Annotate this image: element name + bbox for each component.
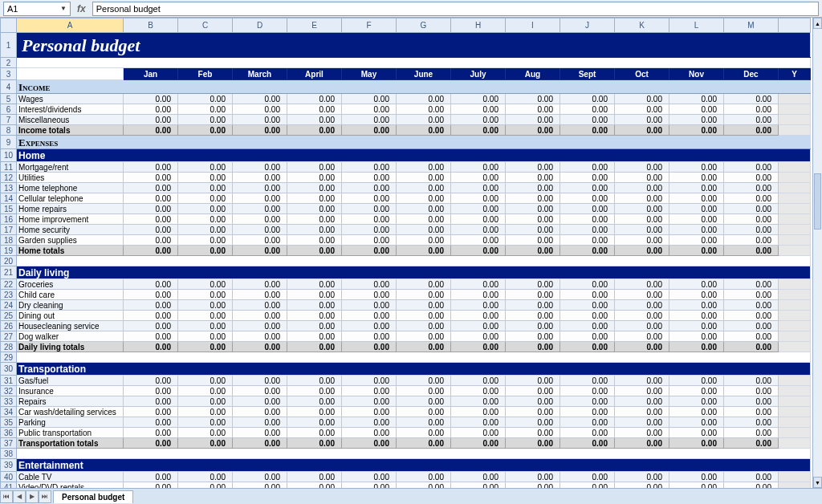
cell-value[interactable]: 0.00 — [724, 104, 779, 115]
tab-nav-next[interactable]: ▶ — [26, 490, 39, 503]
row-header[interactable]: 11 — [1, 162, 17, 173]
cell-value[interactable]: 0.00 — [233, 396, 287, 407]
cell-value[interactable]: 0.00 — [178, 204, 233, 214]
row-header[interactable]: 6 — [1, 104, 17, 115]
scrollbar-track[interactable] — [813, 29, 822, 477]
cell-value[interactable]: 0.00 — [233, 204, 287, 214]
row-header[interactable]: 33 — [1, 396, 17, 407]
cell-value[interactable]: 0.00 — [724, 279, 779, 290]
cell-value[interactable]: 0.00 — [178, 94, 233, 104]
cell-value[interactable]: 0.00 — [178, 162, 233, 173]
cell-value[interactable]: 0.00 — [560, 482, 615, 489]
cell-value[interactable]: 0.00 — [669, 162, 724, 173]
row-header[interactable]: 41 — [1, 482, 17, 489]
cell-value[interactable]: 0.00 — [124, 407, 178, 417]
cell-value[interactable]: 0.00 — [287, 331, 342, 342]
column-header[interactable]: M — [724, 18, 779, 33]
cell-value[interactable]: 0.00 — [342, 386, 397, 396]
column-header[interactable]: L — [669, 18, 724, 33]
cell-value[interactable]: 0.00 — [233, 331, 287, 342]
cell-value[interactable]: 0.00 — [178, 183, 233, 193]
cell-value[interactable]: 0.00 — [178, 225, 233, 235]
cell-value[interactable]: 0.00 — [233, 104, 287, 115]
row-label[interactable]: Wages — [17, 94, 124, 104]
cell-value[interactable]: 0.00 — [669, 396, 724, 407]
row-label[interactable]: Car wash/detailing services — [17, 407, 124, 417]
cell-value[interactable]: 0.00 — [506, 342, 560, 352]
spreadsheet-grid[interactable]: ABCDEFGHIJKLM1Personal budget23JanFebMar… — [0, 18, 812, 488]
cell-value[interactable]: 0.00 — [451, 246, 506, 256]
cell-value[interactable]: 0.00 — [669, 321, 724, 331]
cell-value[interactable]: 0.00 — [233, 321, 287, 331]
cell-value[interactable]: 0.00 — [124, 246, 178, 256]
cell-value[interactable]: 0.00 — [451, 290, 506, 300]
cell-value[interactable]: 0.00 — [124, 225, 178, 235]
cell-value[interactable]: 0.00 — [615, 311, 669, 321]
cell-extra[interactable] — [779, 438, 811, 449]
row-label[interactable]: Home repairs — [17, 204, 124, 214]
cell-value[interactable]: 0.00 — [560, 407, 615, 417]
cell-value[interactable]: 0.00 — [451, 386, 506, 396]
cell-value[interactable]: 0.00 — [397, 482, 451, 489]
cell-value[interactable]: 0.00 — [506, 428, 560, 438]
cell-value[interactable]: 0.00 — [669, 331, 724, 342]
cell-value[interactable]: 0.00 — [724, 204, 779, 214]
cell-value[interactable]: 0.00 — [342, 115, 397, 125]
row-label[interactable]: Cellular telephone — [17, 193, 124, 204]
cell-extra[interactable] — [779, 225, 811, 235]
cell-value[interactable]: 0.00 — [342, 321, 397, 331]
cell-value[interactable]: 0.00 — [397, 225, 451, 235]
cell-value[interactable]: 0.00 — [178, 125, 233, 136]
cell-value[interactable]: 0.00 — [560, 438, 615, 449]
section-title[interactable]: Expenses — [17, 136, 811, 149]
total-label[interactable]: Income totals — [17, 125, 124, 136]
cell-value[interactable]: 0.00 — [178, 386, 233, 396]
row-label[interactable]: Interest/dividends — [17, 104, 124, 115]
row-header[interactable]: 3 — [1, 68, 17, 80]
cell-value[interactable]: 0.00 — [397, 311, 451, 321]
cell-extra[interactable] — [779, 162, 811, 173]
cell-value[interactable]: 0.00 — [287, 376, 342, 386]
cell-value[interactable]: 0.00 — [506, 407, 560, 417]
month-header[interactable]: Dec — [724, 68, 779, 80]
cell-value[interactable]: 0.00 — [615, 331, 669, 342]
cell-value[interactable]: 0.00 — [451, 115, 506, 125]
row-header[interactable]: 38 — [1, 449, 17, 459]
cell-value[interactable]: 0.00 — [397, 94, 451, 104]
cell-value[interactable]: 0.00 — [724, 472, 779, 482]
cell-extra[interactable] — [779, 125, 811, 136]
month-header[interactable]: Oct — [615, 68, 669, 80]
cell-value[interactable]: 0.00 — [724, 300, 779, 311]
formula-input[interactable]: Personal budget — [92, 2, 819, 16]
row-header[interactable]: 22 — [1, 279, 17, 290]
cell-value[interactable]: 0.00 — [724, 225, 779, 235]
cell-value[interactable]: 0.00 — [451, 225, 506, 235]
cell-value[interactable]: 0.00 — [724, 173, 779, 183]
section-title[interactable]: Income — [17, 80, 811, 94]
cell[interactable] — [17, 68, 124, 80]
cell-value[interactable]: 0.00 — [506, 235, 560, 246]
cell-value[interactable]: 0.00 — [287, 290, 342, 300]
cell-value[interactable]: 0.00 — [506, 331, 560, 342]
row-header[interactable]: 5 — [1, 94, 17, 104]
row-header[interactable]: 9 — [1, 136, 17, 149]
cell-value[interactable]: 0.00 — [560, 173, 615, 183]
cell-value[interactable]: 0.00 — [397, 321, 451, 331]
cell-value[interactable]: 0.00 — [287, 225, 342, 235]
cell-value[interactable]: 0.00 — [560, 300, 615, 311]
cell-value[interactable]: 0.00 — [178, 482, 233, 489]
cell-value[interactable]: 0.00 — [124, 311, 178, 321]
cell-extra[interactable] — [779, 396, 811, 407]
scroll-down-button[interactable]: ▼ — [813, 477, 822, 488]
cell-value[interactable]: 0.00 — [397, 300, 451, 311]
cell-value[interactable]: 0.00 — [124, 115, 178, 125]
month-header[interactable]: Aug — [506, 68, 560, 80]
column-header[interactable]: B — [124, 18, 178, 33]
cell-value[interactable]: 0.00 — [724, 321, 779, 331]
cell-value[interactable]: 0.00 — [233, 235, 287, 246]
cell-value[interactable]: 0.00 — [233, 125, 287, 136]
cell-value[interactable]: 0.00 — [397, 125, 451, 136]
row-header[interactable]: 26 — [1, 321, 17, 331]
row-header[interactable]: 35 — [1, 417, 17, 428]
cell-value[interactable]: 0.00 — [178, 300, 233, 311]
